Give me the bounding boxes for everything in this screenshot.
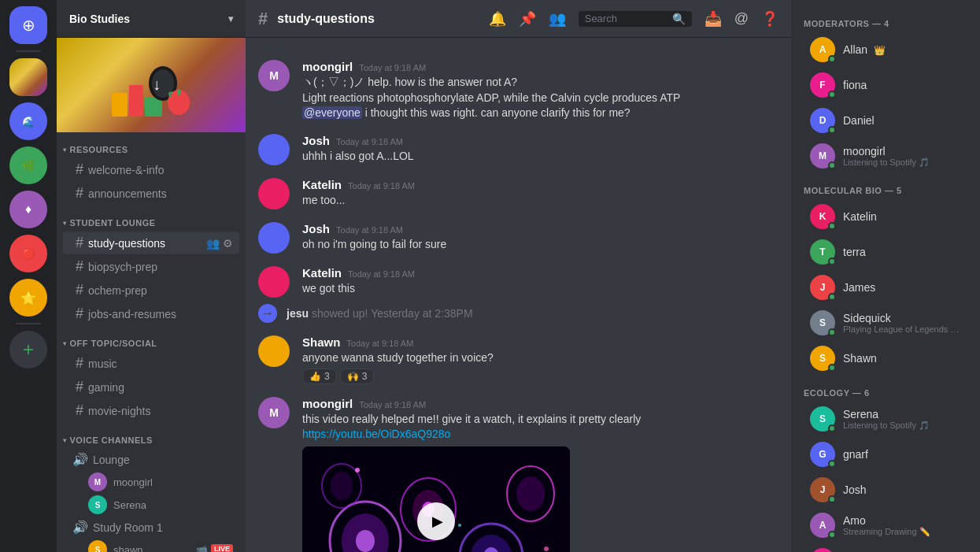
svg-rect-2 <box>129 85 143 117</box>
member-allan[interactable]: A Allan 👑 <box>797 32 974 67</box>
member-shawn[interactable]: S Shawn <box>797 341 974 376</box>
server-icon-4[interactable]: ♦ <box>9 191 47 228</box>
reaction-count: 3 <box>324 371 330 382</box>
server-icon-2[interactable]: 🌊 <box>9 102 47 140</box>
server-header[interactable]: Bio Studies ▾ <box>57 0 246 38</box>
message-body: moongirl Today at 9:18 AM this video rea… <box>302 397 778 552</box>
server-icon-5[interactable]: 🔴 <box>9 235 47 272</box>
svg-rect-1 <box>112 93 128 117</box>
add-members-icon[interactable]: 👥 <box>206 237 220 250</box>
svg-point-26 <box>458 524 461 527</box>
message-time: Today at 9:18 AM <box>336 225 403 235</box>
channel-ochem-prep[interactable]: # ochem-prep <box>63 279 239 302</box>
settings-icon[interactable]: ⚙ <box>223 237 233 250</box>
status-indicator <box>828 161 836 169</box>
member-info: Sidequick Playing League of Legends 🎮 <box>843 312 961 335</box>
member-info: terra <box>843 246 961 258</box>
search-input[interactable] <box>585 13 668 24</box>
members-category-molecular-bio: MOLECULAR BIO — 5 <box>791 180 980 198</box>
message-text: this video really helped me!! give it a … <box>302 412 778 428</box>
search-box[interactable]: 🔍 <box>579 11 692 27</box>
discord-home-button[interactable]: ⊕ <box>9 6 47 44</box>
at-icon[interactable]: @ <box>734 10 749 27</box>
member-name: Sidequick <box>843 312 961 324</box>
member-info: Daniel <box>843 114 961 127</box>
voice-member-name: Serena <box>113 499 146 511</box>
message-header: moongirl Today at 9:18 AM <box>302 397 778 410</box>
reaction-clap[interactable]: 🙌 3 <box>340 369 375 384</box>
member-name: terra <box>843 246 866 258</box>
channel-music[interactable]: # music <box>63 352 239 375</box>
avatar <box>258 335 290 367</box>
pin-icon[interactable]: 📌 <box>519 10 536 28</box>
voice-member-moongirl[interactable]: M moongirl <box>63 471 239 493</box>
message-time: Today at 9:18 AM <box>359 400 426 409</box>
status-indicator <box>828 424 836 432</box>
members-icon[interactable]: 👥 <box>549 10 566 28</box>
channel-gaming[interactable]: # gaming <box>63 376 239 398</box>
category-arrow-icon: ▾ <box>63 340 67 347</box>
message-header: Shawn Today at 9:18 AM <box>302 335 778 349</box>
member-avatar-serena: S <box>810 406 835 432</box>
join-arrow-icon: → <box>258 304 277 323</box>
channel-welcome-and-info[interactable]: # welcome-&-info <box>63 158 239 181</box>
channel-name: biopsych-prep <box>88 261 157 273</box>
message-header: Katelin Today at 9:18 AM <box>302 266 778 280</box>
server-icon-bio-studies[interactable] <box>9 58 47 96</box>
member-katelin[interactable]: K Katelin <box>797 199 974 234</box>
channel-movie-nights[interactable]: # movie-nights <box>63 399 239 422</box>
channel-announcements[interactable]: # announcements <box>63 182 239 205</box>
channel-study-questions[interactable]: # study-questions 👥 ⚙ <box>63 232 239 254</box>
channel-biopsych-prep[interactable]: # biopsych-prep <box>63 255 239 278</box>
member-gnarf[interactable]: G gnarf <box>797 437 974 472</box>
server-icon-3[interactable]: 🌿 <box>9 146 47 184</box>
category-off-topic[interactable]: ▾ OFF TOPIC/SOCIAL <box>57 326 246 351</box>
category-student-lounge[interactable]: ▾ STUDENT LOUNGE <box>57 206 246 231</box>
member-serena[interactable]: S Serena Listening to Spotify 🎵 <box>797 402 974 436</box>
voice-member-name: shawn <box>113 544 143 553</box>
help-icon[interactable]: ❓ <box>761 10 778 28</box>
bell-icon[interactable]: 🔔 <box>489 10 506 28</box>
member-amo[interactable]: A Amo Streaming Drawing ✏️ <box>797 508 974 543</box>
member-james[interactable]: J James <box>797 270 974 305</box>
member-activity: Listening to Spotify 🎵 <box>843 157 961 168</box>
channel-name: announcements <box>88 187 167 200</box>
video-embed[interactable] <box>302 446 570 552</box>
reaction-emoji: 👍 <box>309 371 321 382</box>
status-indicator <box>828 328 836 336</box>
play-button[interactable] <box>417 502 455 540</box>
add-server-button[interactable]: + <box>9 331 47 369</box>
member-josh-ecology[interactable]: J Josh <box>797 472 974 507</box>
member-avatar-sidequick: S <box>810 310 835 335</box>
video-icon: 📹 <box>196 544 208 552</box>
voice-member-actions: 📹 LIVE <box>196 544 233 552</box>
server-banner-image: ↓ <box>57 38 246 132</box>
member-name: Josh <box>843 483 867 496</box>
search-icon: 🔍 <box>672 13 686 25</box>
inbox-icon[interactable]: 📥 <box>704 10 722 28</box>
hash-icon: # <box>76 235 83 251</box>
member-daniel[interactable]: D Daniel <box>797 103 974 138</box>
svg-rect-8 <box>177 89 180 95</box>
member-muffins[interactable]: M muffins <box>797 543 974 552</box>
category-resources[interactable]: ▾ RESOURCES <box>57 132 246 157</box>
channel-name: movie-nights <box>88 405 150 417</box>
member-terra[interactable]: T terra <box>797 235 974 269</box>
voice-channel-study-room-1[interactable]: 🔊 Study Room 1 <box>63 517 239 538</box>
voice-member-shawn[interactable]: S shawn 📹 LIVE <box>63 539 239 552</box>
status-indicator <box>828 460 836 468</box>
voice-member-serena[interactable]: S Serena <box>63 494 239 516</box>
member-fiona[interactable]: F fiona <box>797 68 974 102</box>
header-icons: 🔔 📌 👥 🔍 📥 @ ❓ <box>489 10 778 28</box>
reaction-thumbsup[interactable]: 👍 3 <box>302 369 337 384</box>
member-sidequick[interactable]: S Sidequick Playing League of Legends 🎮 <box>797 306 974 340</box>
channel-jobs-and-resumes[interactable]: # jobs-and-resumes <box>63 302 239 325</box>
member-info: gnarf <box>843 448 961 461</box>
voice-channel-lounge[interactable]: 🔊 Lounge <box>63 449 239 470</box>
video-link[interactable]: https://youtu.be/OiDx6aQ928o <box>302 428 450 440</box>
category-voice-channels[interactable]: ▾ VOICE CHANNELS <box>57 423 246 448</box>
member-name: Shawn <box>843 352 877 365</box>
member-moongirl[interactable]: M moongirl Listening to Spotify 🎵 <box>797 139 974 173</box>
members-category-moderators: MODERATORS — 4 <box>791 13 980 31</box>
server-icon-6[interactable]: ⭐ <box>9 279 47 317</box>
